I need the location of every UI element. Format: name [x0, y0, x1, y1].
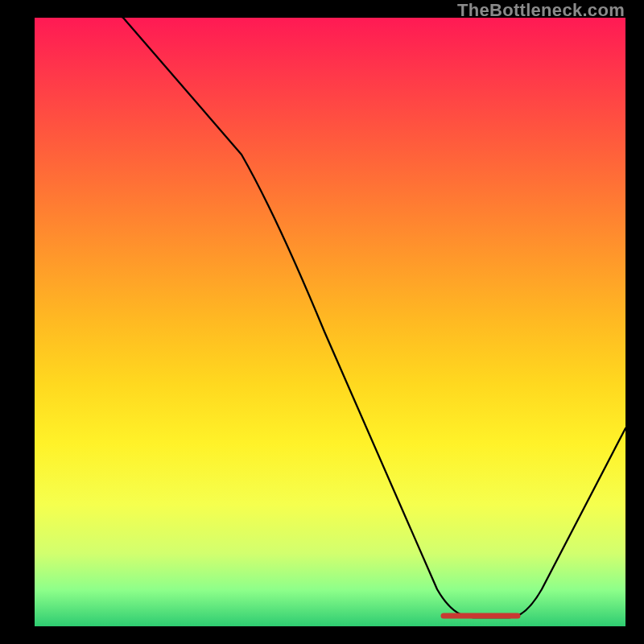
bottleneck-curve — [35, 18, 625, 617]
plot-area — [35, 18, 625, 626]
plot-svg — [35, 18, 625, 626]
chart-container: { "watermark": "TheBottleneck.com", "cha… — [0, 0, 644, 644]
